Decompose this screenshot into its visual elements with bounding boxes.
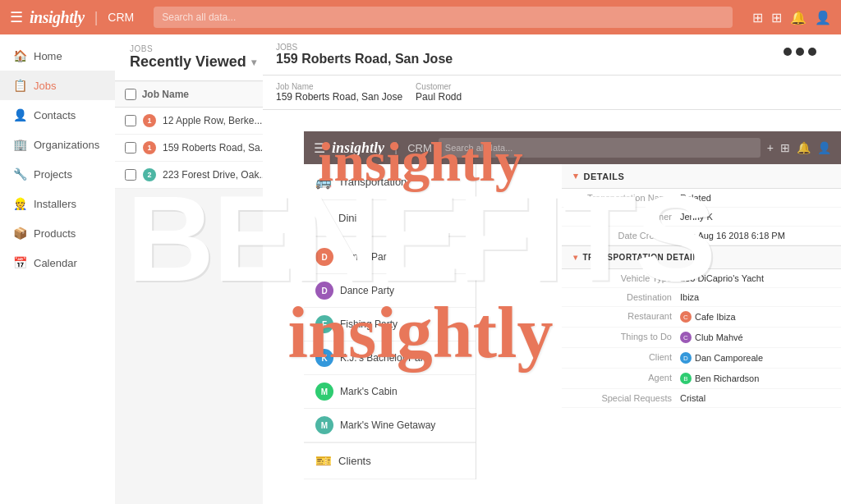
second-nav: ☰ insightly | CRM + ⊞ 🔔 👤 <box>304 131 841 164</box>
chevron-down-icon: ▾ <box>573 171 579 181</box>
app-logo: insightly <box>30 8 85 27</box>
home-icon: 🏠 <box>13 49 27 62</box>
sidebar-item-label: Organizations <box>34 139 99 151</box>
sidebar-item-calendar[interactable]: 📅 Calendar <box>0 248 115 277</box>
party-avatar: M <box>315 416 333 434</box>
detail-field-value: C Cafe Ibiza <box>680 311 736 323</box>
user-icon[interactable]: 👤 <box>815 10 831 25</box>
restaurant-avatar: C <box>680 311 692 323</box>
installers-icon: 👷 <box>13 197 27 210</box>
meta-job-name: Job Name 159 Roberts Road, San Jose <box>276 82 402 103</box>
dot <box>784 48 792 56</box>
agent-avatar: B <box>680 373 692 384</box>
party-name: Fishing Party <box>340 318 398 330</box>
meta-value: Paul Rodd <box>416 91 462 103</box>
badge: 1 <box>143 141 156 154</box>
detail-row: Vehicle Type Leo DiCaprio's Yacht <box>562 269 841 288</box>
sidebar-item-label: Installers <box>34 198 76 210</box>
dropdown-arrow-icon[interactable]: ▾ <box>251 57 256 68</box>
grid-icon[interactable]: ⊞ <box>771 10 782 25</box>
things-avatar: C <box>680 332 692 343</box>
clients-label: Clients <box>338 455 371 467</box>
detail-field-label: Vehicle Type <box>573 273 680 283</box>
grid-icon-2[interactable]: ⊞ <box>780 141 790 154</box>
sidebar-item-jobs[interactable]: 📋 Jobs <box>0 71 115 100</box>
sidebar-item-organizations[interactable]: 🏢 Organizations <box>0 130 115 159</box>
top-nav: ☰ insightly | CRM ⊞ ⊞ 🔔 👤 <box>0 0 841 34</box>
hamburger-icon-2[interactable]: ☰ <box>314 140 325 156</box>
calendar-icon: 📅 <box>13 256 27 269</box>
party-name: Mark's Cabin <box>340 386 398 397</box>
detail-field-value: Related <box>680 193 711 203</box>
three-dots-menu[interactable] <box>784 48 816 56</box>
dot <box>808 48 816 56</box>
party-item[interactable]: D Dance Party <box>304 274 476 308</box>
details-header-label: DETAILS <box>584 172 625 181</box>
sidebar-item-label: Products <box>34 227 76 240</box>
details-right-panel: ▾ DETAILS Transportation Name Related Ow… <box>562 164 841 504</box>
detail-field-value: Thu Aug 16 2018 6:18 PM <box>680 231 785 241</box>
chevron-down-icon-2: ▾ <box>573 253 578 262</box>
detail-field-value: Ibiza <box>680 292 699 302</box>
sidebar-item-projects[interactable]: 🔧 Projects <box>0 159 115 189</box>
party-avatar: M <box>315 383 333 401</box>
detail-row: Date Created Thu Aug 16 2018 6:18 PM <box>562 227 841 245</box>
nav-icons: ⊞ ⊞ 🔔 👤 <box>752 10 831 25</box>
detail-field-value: B Ben Richardson <box>680 373 759 384</box>
party-avatar: F <box>315 315 333 333</box>
bell-icon[interactable]: 🔔 <box>790 10 807 25</box>
row-checkbox[interactable] <box>125 142 136 153</box>
detail-row: Destination Ibiza <box>562 288 841 307</box>
details-header: ▾ DETAILS <box>562 164 841 189</box>
party-item[interactable]: M Mark's Wine Getaway <box>304 409 476 442</box>
hamburger-icon[interactable]: ☰ <box>10 8 23 26</box>
search-input[interactable] <box>154 7 733 28</box>
column-job-name: Job Name <box>142 89 189 100</box>
detail-field-label: Client <box>573 352 680 364</box>
dining-section[interactable]: 📍 Dining <box>304 200 476 236</box>
sidebar-item-home[interactable]: 🏠 Home <box>0 41 115 71</box>
sidebar-item-contacts[interactable]: 👤 Contacts <box>0 100 115 130</box>
meta-label: Customer <box>416 82 462 91</box>
second-nav-logo: insightly <box>332 140 384 157</box>
transport-label: Transportation <box>338 176 407 188</box>
row-checkbox[interactable] <box>125 115 136 126</box>
party-item[interactable]: K K.J.'s Bachelor Party <box>304 341 476 375</box>
party-item[interactable]: F Fishing Party <box>304 308 476 341</box>
party-name: K.J.'s Bachelor Party <box>340 352 431 364</box>
user-icon-2[interactable]: 👤 <box>817 141 831 154</box>
sidebar-item-products[interactable]: 📦 Products <box>0 218 115 248</box>
organizations-icon: 🏢 <box>13 138 27 151</box>
meta-label: Job Name <box>276 82 402 91</box>
meta-value: 159 Roberts Road, San Jose <box>276 91 402 103</box>
clients-icon: 🎫 <box>315 453 332 469</box>
detail-row: Things to Do C Club Mahvé <box>562 328 841 348</box>
add-icon[interactable]: ⊞ <box>752 10 763 25</box>
transport-details-label: TRANSPORTATION DETAILS <box>583 253 705 262</box>
party-item[interactable]: D Dance Party <box>304 241 476 274</box>
detail-field-value: C Club Mahvé <box>680 332 743 343</box>
meta-customer: Customer Paul Rodd <box>416 82 462 103</box>
badge: 1 <box>143 114 156 127</box>
sidebar-item-installers[interactable]: 👷 Installers <box>0 189 115 218</box>
detail-field-value: D Dan Camporeale <box>680 352 763 364</box>
transport-section[interactable]: 🚌 Transportation <box>304 164 476 200</box>
detail-row: Restaurant C Cafe Ibiza <box>562 307 841 328</box>
row-checkbox[interactable] <box>125 169 136 181</box>
sidebar-item-label: Contacts <box>34 109 76 121</box>
jobs-title-text: Recently Viewed <box>130 53 246 71</box>
jobs-icon: 📋 <box>13 79 27 92</box>
add-icon-2[interactable]: + <box>767 141 774 154</box>
detail-field-label: Destination <box>573 292 680 302</box>
bell-icon-2[interactable]: 🔔 <box>797 141 811 154</box>
detail-field-label: Date Created <box>573 231 680 241</box>
party-item[interactable]: M Mark's Cabin <box>304 375 476 409</box>
transport-details-header: ▾ TRANSPORTATION DETAILS <box>562 245 841 269</box>
client-avatar: D <box>680 352 692 364</box>
party-name: Dance Party <box>340 285 394 296</box>
clients-section[interactable]: 🎫 Clients <box>304 442 476 479</box>
detail-field-label: Agent <box>573 373 680 384</box>
second-search-input[interactable] <box>439 138 761 158</box>
select-all-checkbox[interactable] <box>125 89 136 100</box>
nav-divider: | <box>94 9 99 26</box>
